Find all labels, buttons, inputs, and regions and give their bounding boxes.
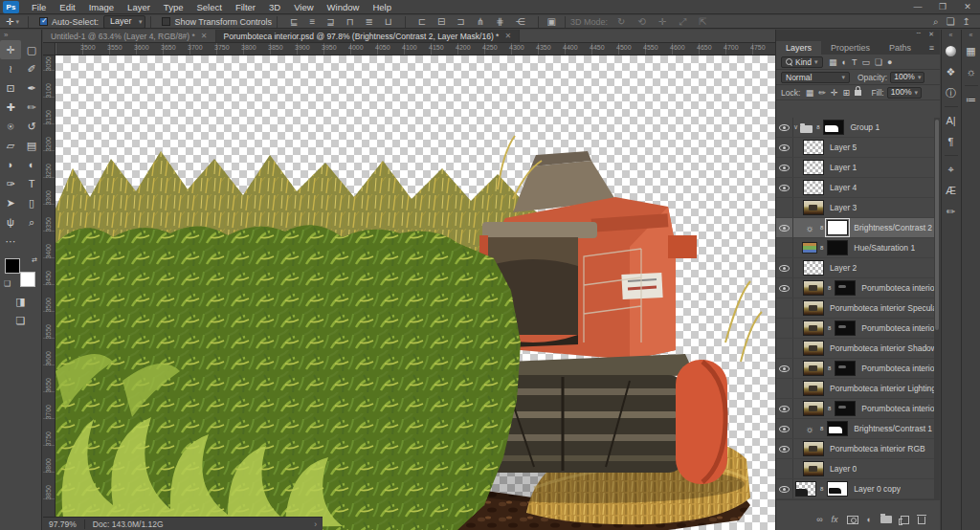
- minimize-button[interactable]: —: [905, 0, 930, 14]
- mask-link-icon[interactable]: 8: [820, 426, 823, 431]
- menu-image[interactable]: Image: [82, 0, 121, 14]
- eyedropper-tool[interactable]: ✒: [21, 78, 42, 98]
- layer-row[interactable]: ☼8Brightness/Contrast 2: [776, 218, 935, 238]
- layer-mask-thumbnail[interactable]: [827, 240, 848, 255]
- layer-row[interactable]: Layer 5: [776, 138, 935, 158]
- visibility-toggle[interactable]: [776, 419, 793, 438]
- filter-smartobject-icon[interactable]: ❏: [873, 57, 885, 67]
- visibility-toggle[interactable]: [776, 298, 793, 318]
- foreground-color-swatch[interactable]: [5, 258, 20, 274]
- visibility-toggle[interactable]: [776, 198, 793, 217]
- panel-close-icon[interactable]: ✕: [928, 31, 934, 38]
- menu-type[interactable]: Type: [157, 0, 190, 14]
- styles-panel-icon[interactable]: ≔: [963, 91, 980, 108]
- background-color-swatch[interactable]: [20, 272, 35, 287]
- distribute-more-icon[interactable]: ▣: [544, 16, 560, 27]
- crop-tool[interactable]: ⊡: [0, 78, 21, 98]
- path-select-tool[interactable]: ➤: [0, 193, 21, 212]
- filter-type-icon[interactable]: T: [849, 57, 859, 67]
- clone-stamp-tool[interactable]: ⍟: [0, 117, 21, 136]
- visibility-toggle[interactable]: [776, 138, 793, 157]
- menu-view[interactable]: View: [287, 0, 320, 14]
- glyphs-panel-icon[interactable]: Æ: [943, 182, 960, 199]
- quick-mask-icon[interactable]: ◨: [15, 295, 25, 308]
- layer-thumbnail[interactable]: [803, 300, 824, 316]
- workspace-icon[interactable]: ❏: [943, 16, 959, 27]
- mask-link-icon[interactable]: 8: [828, 406, 831, 411]
- fill-field[interactable]: 100% ▾: [887, 87, 922, 99]
- visibility-toggle[interactable]: [776, 218, 793, 237]
- layer-row[interactable]: Layer 3: [776, 198, 935, 218]
- status-options-arrow[interactable]: ›: [314, 519, 323, 529]
- layer-thumbnail[interactable]: [803, 140, 824, 155]
- layer-mask-thumbnail[interactable]: [823, 120, 844, 135]
- swatches-panel-icon[interactable]: ❖: [943, 63, 960, 80]
- filter-pixel-icon[interactable]: ▦: [827, 57, 840, 67]
- align-top-icon[interactable]: ⊓: [343, 16, 358, 27]
- visibility-toggle[interactable]: [776, 118, 793, 137]
- close-button[interactable]: ✕: [955, 0, 980, 14]
- layer-row[interactable]: 8Porumboteca interior GI: [776, 399, 935, 419]
- lock-artboard-icon[interactable]: ⊞: [840, 88, 853, 98]
- distribute-center-icon[interactable]: ⋕: [492, 16, 507, 27]
- menu-layer[interactable]: Layer: [121, 0, 157, 14]
- layer-thumbnail[interactable]: [803, 260, 824, 276]
- panel-tab-properties[interactable]: Properties: [821, 41, 880, 55]
- new-group-icon[interactable]: [880, 516, 892, 523]
- zoom-tool[interactable]: ⌕: [21, 212, 42, 232]
- close-icon[interactable]: ✕: [201, 32, 208, 40]
- menu-edit[interactable]: Edit: [53, 0, 81, 14]
- new-adjustment-icon[interactable]: ◐: [867, 515, 872, 524]
- layer-mask-thumbnail[interactable]: [827, 481, 848, 497]
- show-transform-checkbox[interactable]: [162, 17, 170, 26]
- mask-link-icon[interactable]: 8: [820, 486, 823, 492]
- layer-row[interactable]: 8Layer 0 copy: [776, 479, 935, 499]
- layer-thumbnail[interactable]: [803, 320, 824, 336]
- restore-button[interactable]: ❐: [930, 0, 955, 14]
- clone-source-panel-icon[interactable]: ⌖: [943, 161, 960, 178]
- panel-menu-icon[interactable]: ≡: [924, 43, 940, 55]
- visibility-toggle[interactable]: [776, 439, 793, 458]
- lock-position-icon[interactable]: ✛: [828, 88, 840, 98]
- align-right-icon[interactable]: ⊒: [323, 16, 338, 27]
- share-icon[interactable]: ↥: [959, 16, 974, 27]
- distribute-middle-icon[interactable]: ⊟: [434, 16, 449, 27]
- menu-help[interactable]: Help: [366, 0, 398, 14]
- type-tool[interactable]: T: [21, 174, 42, 193]
- visibility-toggle[interactable]: [776, 359, 793, 378]
- layer-row[interactable]: 8Porumboteca interior Lighting: [776, 359, 935, 379]
- layer-thumbnail[interactable]: [803, 180, 824, 195]
- distribute-top-icon[interactable]: ⊏: [414, 16, 430, 27]
- eraser-tool[interactable]: ▱: [0, 136, 21, 155]
- layer-thumbnail[interactable]: [803, 381, 824, 396]
- lasso-tool[interactable]: ≀: [0, 59, 21, 78]
- layer-style-icon[interactable]: fx: [832, 515, 838, 524]
- menu-filter[interactable]: Filter: [229, 0, 262, 14]
- 3d-slide-icon[interactable]: ⤢: [675, 16, 690, 28]
- visibility-toggle[interactable]: [776, 339, 793, 358]
- layer-thumbnail[interactable]: [803, 461, 824, 476]
- layer-row[interactable]: Porumboteca interior Shadows: [776, 339, 935, 359]
- layer-mask-thumbnail[interactable]: [827, 220, 848, 235]
- canvas[interactable]: [56, 55, 775, 530]
- visibility-toggle[interactable]: [776, 479, 793, 498]
- swap-colors-icon[interactable]: ⇄: [32, 256, 37, 264]
- link-layers-icon[interactable]: ∞: [816, 515, 822, 524]
- auto-select-target-select[interactable]: Layer: [103, 15, 146, 29]
- marquee-tool[interactable]: ▢: [21, 40, 42, 59]
- distribute-left-icon[interactable]: ⋔: [473, 16, 488, 27]
- layer-thumbnail[interactable]: [803, 200, 824, 215]
- edit-toolbar[interactable]: ⋯: [0, 232, 21, 251]
- strip-collapse-icon[interactable]: «: [969, 30, 973, 40]
- layer-row[interactable]: ∨8Group 1: [776, 118, 935, 138]
- layer-thumbnail[interactable]: [803, 341, 824, 356]
- dodge-tool[interactable]: ◐: [21, 155, 42, 174]
- quick-selection-tool[interactable]: ✐: [21, 59, 42, 78]
- align-left-icon[interactable]: ⊑: [286, 16, 301, 27]
- layer-mask-thumbnail[interactable]: [835, 280, 856, 296]
- layer-thumbnail[interactable]: [803, 441, 824, 456]
- add-mask-icon[interactable]: [847, 516, 858, 524]
- healing-brush-tool[interactable]: ✚: [0, 98, 21, 117]
- mask-link-icon[interactable]: 8: [820, 245, 823, 251]
- layer-row[interactable]: Layer 1: [776, 158, 935, 178]
